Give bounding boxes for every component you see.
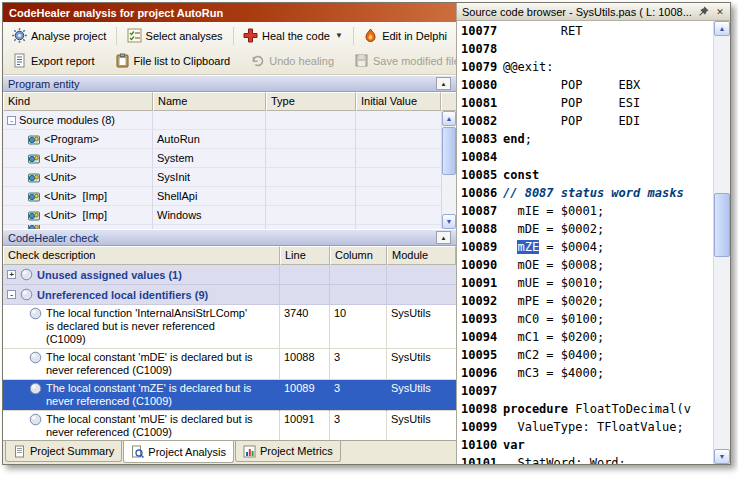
check-item-row[interactable]: The local constant 'mDE' is declared but…	[3, 349, 456, 380]
line-number: 10079	[457, 58, 503, 76]
name-cell: System	[153, 149, 266, 168]
delphi-flame-icon	[363, 28, 378, 43]
column-header-initial-value[interactable]: Initial Value	[356, 92, 441, 111]
tree-row[interactable]: -Source modules (8)	[3, 111, 441, 130]
code-line[interactable]: 10096 mC3 = $4000;	[457, 364, 713, 382]
column-cell: 3	[330, 411, 387, 440]
code-line[interactable]: 10092 mPE = $0020;	[457, 292, 713, 310]
column-header-type[interactable]: Type	[266, 92, 356, 111]
code-scrollbar[interactable]: ▲ ▼	[713, 21, 730, 464]
column-header-kind[interactable]: Kind	[3, 92, 153, 111]
name-cell: Windows	[153, 206, 266, 225]
code-line[interactable]: 10082 POP EDI	[457, 112, 713, 130]
scroll-thumb[interactable]	[442, 127, 456, 175]
file-list-to-clipboard-button[interactable]: File list to Clipboard	[108, 50, 238, 72]
code-line[interactable]: 10101 StatWord: Word;	[457, 454, 713, 464]
expander-icon[interactable]: -	[7, 116, 16, 125]
report-icon	[12, 53, 27, 68]
heal-the-code-button[interactable]: Heal the code ▼	[236, 25, 350, 47]
tree-row[interactable]: <Unit> [Imp]ShellApi	[3, 187, 441, 206]
code-line[interactable]: 10081 POP ESI	[457, 94, 713, 112]
line-number: 10091	[457, 274, 503, 292]
code-line[interactable]: 10086// 8087 status word masks	[457, 184, 713, 202]
edit-in-delphi-button[interactable]: Edit in Delphi	[356, 25, 454, 47]
analyse-project-button[interactable]: Analyse project	[5, 25, 113, 47]
code-line[interactable]: 10080 POP EBX	[457, 76, 713, 94]
code-line[interactable]: 10091 mUE = $0010;	[457, 274, 713, 292]
code-line[interactable]: 10097	[457, 382, 713, 400]
line-number: 10090	[457, 256, 503, 274]
column-header-module[interactable]: Module	[387, 246, 456, 265]
line-number: 10092	[457, 292, 503, 310]
type-cell	[266, 130, 356, 149]
code-line[interactable]: 10079@@exit:	[457, 58, 713, 76]
column-header-line[interactable]: Line	[280, 246, 330, 265]
undo-healing-button[interactable]: Undo healing	[243, 50, 341, 72]
code-line[interactable]: 10093 mC0 = $0100;	[457, 310, 713, 328]
tree-row[interactable]: <Program>AutoRun	[3, 130, 441, 149]
tree-row[interactable]: <Unit> [Imp]Windows	[3, 206, 441, 225]
close-icon[interactable]: ✕	[713, 5, 727, 19]
heal-cross-icon	[243, 28, 258, 43]
tree-row[interactable]: <Unit>SysInit	[3, 168, 441, 187]
code-line[interactable]: 10087 mIE = $0001;	[457, 202, 713, 220]
check-item-row[interactable]: The local constant 'mZE' is declared but…	[3, 380, 456, 411]
expander-icon[interactable]: -	[7, 290, 16, 299]
scroll-thumb[interactable]	[714, 193, 730, 257]
code-line[interactable]: 10088 mDE = $0002;	[457, 220, 713, 238]
code-line[interactable]: 10084	[457, 148, 713, 166]
code-lines[interactable]: 10077 RET1007810079@@exit:10080 POP EBX1…	[457, 21, 713, 464]
select-analyses-button[interactable]: Select analyses	[120, 25, 230, 47]
scroll-up-icon[interactable]: ▲	[442, 111, 456, 126]
column-header-check-description[interactable]: Check description	[3, 246, 280, 265]
check-group-row[interactable]: +Unused assigned values (1)	[3, 265, 456, 285]
tab-project-metrics[interactable]: Project Metrics	[235, 441, 341, 462]
tab-project-summary[interactable]: Project Summary	[5, 441, 122, 462]
code-text: procedure FloatToDecimal(v	[503, 400, 691, 418]
scroll-down-icon[interactable]: ▼	[714, 449, 730, 464]
scroll-down-icon[interactable]: ▼	[442, 214, 456, 229]
line-number: 10101	[457, 454, 503, 464]
module-cell: SysUtils	[387, 305, 456, 349]
tab-project-analysis[interactable]: Project Analysis	[123, 441, 234, 463]
scroll-track[interactable]	[714, 36, 730, 449]
scroll-up-icon[interactable]: ▲	[714, 21, 730, 36]
collapse-program-entity-button[interactable]: ▲	[436, 77, 451, 90]
code-line[interactable]: 10077 RET	[457, 22, 713, 40]
check-description: The local constant 'mDE' is declared but…	[46, 351, 254, 377]
kind-label: <Unit>	[44, 171, 76, 183]
column-header-name[interactable]: Name	[153, 92, 266, 111]
pin-icon[interactable]	[696, 5, 710, 19]
line-cell	[280, 285, 330, 305]
program-entity-scrollbar[interactable]: ▲ ▼	[441, 111, 456, 229]
save-modified-file-button[interactable]: Save modified file	[347, 50, 457, 72]
source-browser-header[interactable]: Source code browser - SysUtils.pas ( L: …	[457, 3, 730, 21]
window-titlebar[interactable]: CodeHealer analysis for project AutoRun	[3, 3, 456, 22]
code-line[interactable]: 10083end;	[457, 130, 713, 148]
code-line[interactable]: 10099 ValueType: TFloatValue;	[457, 418, 713, 436]
code-line[interactable]: 10098procedure FloatToDecimal(v	[457, 400, 713, 418]
column-header-column[interactable]: Column	[330, 246, 387, 265]
expander-icon[interactable]: +	[7, 270, 16, 279]
code-line[interactable]: 10090 mOE = $0008;	[457, 256, 713, 274]
code-line[interactable]: 10095 mC2 = $0400;	[457, 346, 713, 364]
code-line[interactable]: 10089 mZE = $0004;	[457, 238, 713, 256]
check-item-row[interactable]: The local constant 'mUE' is declared but…	[3, 411, 456, 440]
check-item-row[interactable]: The local function 'InternalAnsiStrLComp…	[3, 305, 456, 349]
code-line[interactable]: 10094 mC1 = $0200;	[457, 328, 713, 346]
check-description: The local function 'InternalAnsiStrLComp…	[46, 307, 254, 346]
code-line[interactable]: 10085const	[457, 166, 713, 184]
check-group-row[interactable]: -Unreferenced local identifiers (9)	[3, 285, 456, 305]
scroll-track[interactable]	[442, 126, 456, 214]
export-report-button[interactable]: Export report	[5, 50, 102, 72]
check-bubble-icon	[29, 307, 42, 320]
line-number: 10089	[457, 238, 503, 256]
analysis-pane: CodeHealer analysis for project AutoRun …	[3, 3, 457, 464]
code-line[interactable]: 10078	[457, 40, 713, 58]
module-cell	[387, 265, 456, 285]
collapse-check-panel-button[interactable]: ▲	[436, 231, 451, 244]
tree-row[interactable]: <Unit>System	[3, 149, 441, 168]
dropdown-arrow-icon[interactable]: ▼	[335, 31, 343, 40]
code-line[interactable]: 10100var	[457, 436, 713, 454]
code-text: StatWord: Word;	[503, 454, 626, 464]
